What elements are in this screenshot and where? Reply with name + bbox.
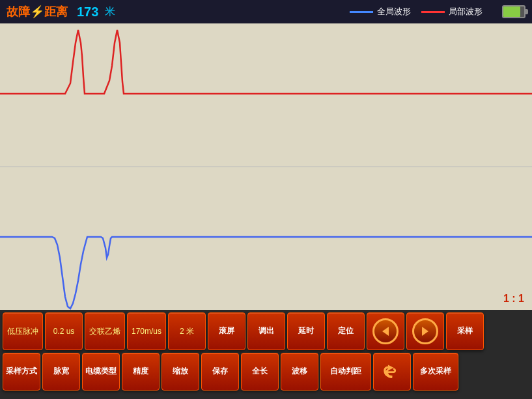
wave-speed-value: 170m/us <box>127 312 166 350</box>
distance-unit-value: 2 米 <box>168 312 206 350</box>
svg-marker-2 <box>382 327 389 336</box>
undo-icon: ↩ <box>382 361 402 382</box>
low-voltage-pulse-label: 低压脉冲 <box>3 312 43 350</box>
save-button[interactable]: 保存 <box>201 353 239 391</box>
legend-global-wave: 全局波形 <box>350 6 411 18</box>
left-arrow-icon <box>380 325 391 337</box>
sample-button[interactable]: 采样 <box>446 312 484 350</box>
right-arrow-icon <box>419 325 431 337</box>
red-line-indicator <box>421 11 445 13</box>
arrow-left-button[interactable] <box>367 312 404 350</box>
auto-distance-button[interactable]: 自动判距 <box>320 353 371 391</box>
arrow-right-circle <box>412 318 438 344</box>
battery-fill <box>503 7 520 17</box>
cable-type-button[interactable]: 电缆类型 <box>82 353 120 391</box>
scroll-button[interactable]: 滚屏 <box>208 312 245 350</box>
button-row-2: 采样方式 脉宽 电缆类型 精度 缩放 保存 全长 波移 自动判距 <box>3 353 529 391</box>
pulse-width-value: 0.2 us <box>45 312 83 350</box>
precision-button[interactable]: 精度 <box>122 353 160 391</box>
svg-marker-3 <box>422 327 428 336</box>
sample-mode-button[interactable]: 采样方式 <box>3 353 40 391</box>
legend-local-wave: 局部波形 <box>421 6 483 18</box>
arrow-right-button[interactable] <box>406 312 444 350</box>
fault-title: 故障⚡距离 <box>7 4 68 20</box>
recall-button[interactable]: 调出 <box>247 312 285 350</box>
header: 故障⚡距离 173 米 全局波形 局部波形 <box>0 0 532 23</box>
battery-icon <box>502 5 525 18</box>
distance-unit: 米 <box>105 5 115 19</box>
blue-line-indicator <box>350 11 373 13</box>
wave-shift-button[interactable]: 波移 <box>281 353 318 391</box>
arrow-left-circle <box>372 318 399 344</box>
zoom-button[interactable]: 缩放 <box>161 353 199 391</box>
chart-area[interactable]: 1 : 1 <box>0 23 532 310</box>
button-row-1: 低压脉冲 0.2 us 交联乙烯 170m/us 2 米 滚屏 调出 延时 定位 <box>3 312 529 350</box>
undo-button[interactable]: ↩ <box>373 353 411 391</box>
svg-text:↩: ↩ <box>384 364 397 380</box>
full-length-button[interactable]: 全长 <box>241 353 279 391</box>
legend-global-label: 全局波形 <box>377 6 411 18</box>
legend-local-label: 局部波形 <box>449 6 483 18</box>
distance-value: 173 <box>77 5 98 20</box>
cable-material-label: 交联乙烯 <box>85 312 125 350</box>
delay-button[interactable]: 延时 <box>287 312 325 350</box>
locate-button[interactable]: 定位 <box>327 312 365 350</box>
ratio-label: 1 : 1 <box>503 293 524 305</box>
waveform-chart <box>0 23 532 310</box>
multi-sample-button[interactable]: 多次采样 <box>413 353 458 391</box>
pulse-width-button[interactable]: 脉宽 <box>42 353 80 391</box>
legend: 全局波形 局部波形 <box>350 6 483 18</box>
control-panel: 低压脉冲 0.2 us 交联乙烯 170m/us 2 米 滚屏 调出 延时 定位 <box>0 310 532 399</box>
